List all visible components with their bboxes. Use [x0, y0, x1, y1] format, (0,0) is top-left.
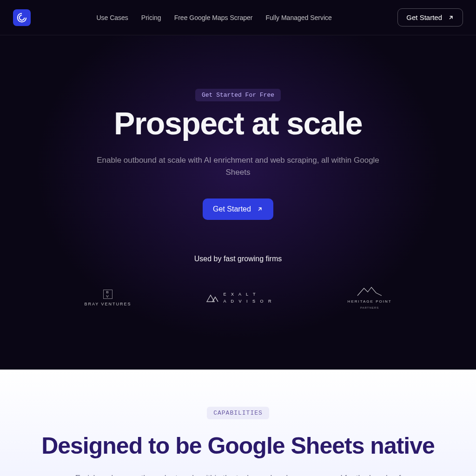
mountain-icon	[356, 286, 383, 297]
firm-logo-exalt: E X A L T A D V I S O R	[206, 291, 273, 304]
firm-name: HERITAGE POINT	[348, 299, 392, 304]
triangle-icon	[206, 293, 219, 303]
capabilities-tag: CAPABILITIES	[207, 407, 269, 419]
firm-name-line2: A D V I S O R	[224, 298, 273, 304]
firm-logos: BV BRAY VENTURES E X A L T A D V I S O R…	[19, 286, 457, 309]
main-nav: Use Cases Pricing Free Google Maps Scrap…	[96, 14, 332, 21]
arrow-icon	[448, 14, 454, 21]
hero-subtitle: Enable outbound at scale with AI enrichm…	[94, 154, 382, 178]
hero-title: Prospect at scale	[19, 105, 457, 141]
button-label: Get Started	[406, 13, 442, 21]
nav-pricing[interactable]: Pricing	[141, 14, 161, 21]
nav-scraper[interactable]: Free Google Maps Scraper	[174, 14, 253, 21]
social-proof: Used by fast growing firms BV BRAY VENTU…	[19, 255, 457, 309]
firm-tagline: PARTNERS	[360, 306, 379, 309]
logo[interactable]	[13, 9, 31, 26]
site-header: Use Cases Pricing Free Google Maps Scrap…	[0, 0, 476, 35]
firm-name-line1: E X A L T	[224, 291, 273, 298]
hero-pill[interactable]: Get Started For Free	[195, 89, 281, 101]
social-proof-label: Used by fast growing firms	[19, 255, 457, 263]
hero-get-started-button[interactable]: Get Started	[203, 198, 273, 220]
nav-managed[interactable]: Fully Managed Service	[266, 14, 332, 21]
header-get-started-button[interactable]: Get Started	[397, 8, 463, 26]
hero-section: Get Started For Free Prospect at scale E…	[0, 35, 476, 370]
capabilities-section: CAPABILITIES Designed to be Google Sheet…	[0, 370, 476, 476]
nav-use-cases[interactable]: Use Cases	[96, 14, 128, 21]
firm-name: BRAY VENTURES	[84, 302, 131, 306]
button-label: Get Started	[213, 205, 251, 213]
capabilities-subtitle: Enrich and scrape the web at scale withi…	[71, 472, 405, 476]
arrow-icon	[257, 206, 263, 212]
capabilities-title: Designed to be Google Sheets native	[19, 432, 457, 459]
firm-logo-heritage: HERITAGE POINT PARTNERS	[348, 286, 392, 309]
firm-logo-bray: BV BRAY VENTURES	[84, 290, 131, 306]
swirl-icon	[17, 13, 27, 23]
bray-box-icon: BV	[103, 290, 112, 299]
